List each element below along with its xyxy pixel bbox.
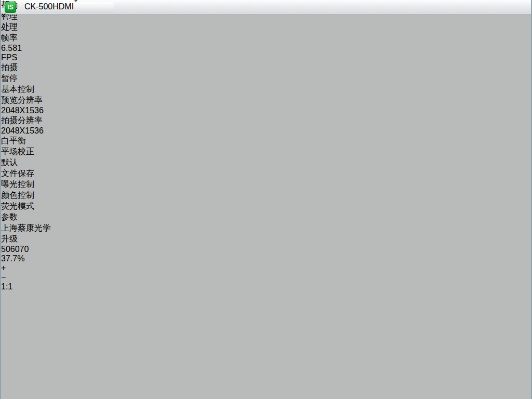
section-color-control[interactable]: 颜色控制 — [1, 190, 531, 201]
pause-button-label: 暂停 — [1, 74, 18, 83]
microscope-live-view[interactable]: 506070 — [1, 245, 531, 254]
white-balance-button[interactable]: 白平衡 — [1, 136, 531, 147]
capture-resolution-dropdown[interactable]: 2048X1536 — [1, 126, 531, 136]
section-label: 文件保存 — [1, 169, 34, 178]
undo-button[interactable] — [1, 291, 531, 399]
view-toolbar: 37.7% + − 1:1 — [1, 254, 531, 399]
section-exposure-control[interactable]: 曝光控制 — [1, 179, 531, 190]
flat-field-button[interactable]: 平场校正 — [1, 147, 531, 157]
ruler-number: 60 — [10, 245, 20, 254]
pause-button[interactable]: 暂停 — [1, 73, 531, 84]
frame-rate-label: 帧率 — [1, 33, 18, 42]
capture-resolution-label: 拍摄分辨率 — [1, 116, 43, 125]
app-window: IS CK-500HDMI 帮助 × 拍摄 管理 处理 帧率 6.581 FPS… — [0, 0, 532, 399]
zoom-percent-label: 37.7% — [1, 254, 24, 263]
zoom-out-button[interactable]: − — [1, 273, 531, 282]
ruler-number: 70 — [20, 245, 29, 254]
zoom-in-icon: + — [1, 263, 6, 272]
zoom-out-icon: − — [1, 273, 6, 282]
chevron-down-icon — [74, 0, 78, 11]
upgrade-button[interactable]: 升级 — [1, 234, 531, 245]
device-selector-arrow-button[interactable] — [74, 0, 78, 11]
ruler-number: 50 — [1, 245, 10, 254]
preview-resolution-label: 预览分辨率 — [1, 96, 43, 104]
preview-resolution-dropdown[interactable]: 2048X1536 — [1, 106, 531, 115]
basic-control-group: 预览分辨率 2048X1536 拍摄分辨率 2048X1536 白平衡 平场校正 — [1, 95, 531, 168]
section-label: 荧光模式 — [1, 202, 34, 210]
capture-resolution-value: 2048X1536 — [1, 126, 44, 135]
device-selector-value: CK-500HDMI — [24, 2, 74, 11]
frame-rate-group: 帧率 6.581 FPS 拍摄 暂停 — [1, 33, 531, 84]
basic-control-title: 基本控制 — [1, 85, 34, 94]
default-button[interactable]: 默认 — [1, 157, 531, 168]
preview-resolution-value: 2048X1536 — [1, 106, 44, 115]
section-label: 曝光控制 — [1, 180, 34, 189]
titlebar: IS CK-500HDMI 帮助 × — [1, 0, 532, 15]
section-fluorescence-mode[interactable]: 荧光模式 — [1, 201, 531, 212]
ruler-labels: 506070 — [1, 245, 531, 254]
tab-process[interactable]: 处理 — [1, 22, 531, 33]
brand-name: 上海蔡康光学 — [1, 223, 51, 232]
capture-button-label: 拍摄 — [1, 63, 18, 72]
viewer-area: 506070 — [1, 245, 531, 254]
app-logo-icon: IS — [5, 2, 16, 13]
frame-rate-unit-label: FPS — [1, 53, 17, 62]
zoom-in-button[interactable]: + — [1, 263, 531, 273]
device-selector-dropdown[interactable]: CK-500HDMI — [24, 2, 114, 13]
section-parameters[interactable]: 参数 — [1, 212, 531, 223]
section-label: 颜色控制 — [1, 191, 34, 200]
undo-icon — [1, 291, 531, 399]
section-file-save[interactable]: 文件保存 — [1, 168, 531, 179]
actual-size-icon: 1:1 — [1, 282, 12, 291]
basic-control-header[interactable]: 基本控制 — [1, 84, 531, 95]
capture-panel: 帧率 6.581 FPS 拍摄 暂停 基本控制 预览分辨率 2048X1536 — [1, 33, 531, 245]
capture-button[interactable]: 拍摄 — [1, 62, 531, 73]
section-label: 参数 — [1, 212, 18, 221]
actual-size-button[interactable]: 1:1 — [1, 282, 531, 291]
frame-rate-value-field: 6.581 — [1, 44, 531, 53]
